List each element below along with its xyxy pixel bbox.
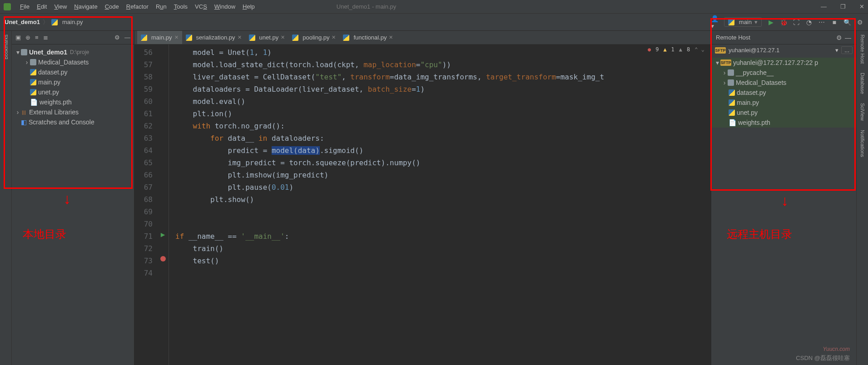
bookmarks-tool[interactable]: Bookmarks bbox=[3, 35, 9, 59]
annotation-left-label: 本地目录 bbox=[23, 227, 66, 242]
stop-icon[interactable]: ■ bbox=[831, 19, 838, 26]
menu-navigate[interactable]: Navigate bbox=[74, 3, 97, 10]
collapse-icon[interactable]: ≣ bbox=[43, 34, 48, 41]
fold-gutter[interactable]: ▶ bbox=[157, 44, 169, 365]
profile-icon[interactable]: ◔ bbox=[805, 19, 813, 26]
expand-icon[interactable]: ≡ bbox=[35, 34, 39, 41]
close-icon[interactable]: ✕ bbox=[238, 35, 242, 40]
python-icon bbox=[30, 69, 36, 75]
project-view-icon[interactable]: ▣ bbox=[15, 34, 21, 41]
run-icon[interactable]: ▶ bbox=[767, 19, 774, 26]
python-icon bbox=[30, 89, 36, 95]
notifications-tool[interactable]: Notifications bbox=[860, 130, 865, 157]
tree-root[interactable]: ▾ Unet_demo1 D:\proje bbox=[12, 47, 134, 57]
tab-serialization[interactable]: serialization.py✕ bbox=[182, 31, 245, 44]
tab-unet[interactable]: unet.py✕ bbox=[245, 31, 289, 44]
external-libraries[interactable]: ›⫼External Libraries bbox=[12, 107, 134, 117]
run-config-selector[interactable]: main ▾ bbox=[724, 17, 762, 27]
python-icon bbox=[343, 35, 349, 41]
python-icon bbox=[249, 35, 255, 41]
watermark-yuucn: Yuucn.com bbox=[823, 346, 850, 352]
python-icon bbox=[728, 19, 734, 25]
code-content[interactable]: model = Unet(1, 1) model.load_state_dict… bbox=[169, 44, 711, 365]
close-icon[interactable]: ✕ bbox=[332, 35, 336, 40]
remote-host-tool[interactable]: Remote Host bbox=[860, 35, 865, 64]
menu-help[interactable]: Help bbox=[243, 3, 255, 10]
crumb-project[interactable]: Unet_demo1 bbox=[5, 19, 40, 25]
remote-root[interactable]: ▾SFTP yuhanlei@172.27.127.27:22 p bbox=[711, 58, 856, 68]
editor-tabs: main.py✕ serialization.py✕ unet.py✕ pool… bbox=[134, 31, 711, 44]
menu-view[interactable]: View bbox=[54, 3, 67, 10]
tree-item[interactable]: 📄weights.pth bbox=[12, 97, 134, 107]
folder-icon bbox=[30, 59, 36, 65]
project-tree[interactable]: ▾ Unet_demo1 D:\proje ›Medical_Datasets … bbox=[12, 44, 134, 365]
attach-icon[interactable]: ⋯ bbox=[818, 19, 825, 26]
close-icon[interactable]: ✕ bbox=[174, 35, 179, 40]
more-button[interactable]: ... bbox=[841, 46, 853, 54]
database-tool[interactable]: Database bbox=[860, 73, 865, 94]
tree-item[interactable]: main.py bbox=[12, 77, 134, 87]
menu-edit[interactable]: Edit bbox=[37, 3, 47, 10]
settings-gear-icon[interactable]: ⚙ bbox=[835, 34, 843, 41]
breadcrumb: Unet_demo1 〉 main.py bbox=[5, 18, 83, 26]
scratches-console[interactable]: ◧Scratches and Console bbox=[12, 117, 134, 127]
settings-gear-icon[interactable]: ⚙ bbox=[114, 34, 120, 41]
remote-item[interactable]: unet.py bbox=[711, 108, 856, 118]
tab-pooling[interactable]: pooling.py✕ bbox=[288, 31, 339, 44]
python-icon bbox=[729, 99, 735, 106]
left-gutter: Bookmarks bbox=[0, 31, 12, 365]
maximize-icon[interactable]: ❐ bbox=[840, 3, 846, 10]
coverage-icon[interactable]: ⛶ bbox=[793, 19, 800, 26]
menu-code[interactable]: Code bbox=[105, 3, 119, 10]
inspection-widget[interactable]: ●9 ▲1 ▲8 ⌃ ⌄ bbox=[648, 46, 704, 53]
remote-item[interactable]: main.py bbox=[711, 98, 856, 108]
python-icon bbox=[141, 35, 147, 41]
server-selector[interactable]: SFTP yuhanlei@172.27.1▾ ... bbox=[711, 44, 856, 56]
menu-file[interactable]: File bbox=[20, 3, 30, 10]
menu-tools[interactable]: Tools bbox=[174, 3, 188, 10]
tree-item[interactable]: unet.py bbox=[12, 87, 134, 97]
sftp-icon: SFTP bbox=[720, 59, 731, 66]
python-icon bbox=[51, 19, 58, 25]
title-bar: File Edit View Navigate Code Refactor Ru… bbox=[0, 0, 868, 14]
code-area[interactable]: ●9 ▲1 ▲8 ⌃ ⌄ 56 57 58 59 60 61 62 63 64 … bbox=[134, 44, 711, 365]
close-icon[interactable]: ✕ bbox=[859, 3, 864, 10]
menu-window[interactable]: Window bbox=[214, 3, 235, 10]
nav-bar: Unet_demo1 〉 main.py 👤▾ main ▾ ▶ 🐞 ⛶ ◔ ⋯… bbox=[0, 14, 868, 31]
search-icon[interactable]: 🔍 bbox=[843, 19, 851, 26]
menu-run[interactable]: Run bbox=[156, 3, 167, 10]
remote-item[interactable]: dataset.py bbox=[711, 88, 856, 98]
window-title: Unet_demo1 - main.py bbox=[337, 3, 397, 10]
menu-vcs[interactable]: VCS bbox=[195, 3, 207, 10]
user-icon[interactable]: 👤▾ bbox=[711, 19, 719, 26]
remote-item[interactable]: 📄weights.pth bbox=[711, 118, 856, 128]
tab-functional[interactable]: functional.py✕ bbox=[339, 31, 397, 44]
close-icon[interactable]: ✕ bbox=[389, 35, 393, 40]
right-gutter: Remote Host Database SciView Notificatio… bbox=[856, 31, 868, 365]
python-icon bbox=[30, 79, 36, 85]
menu-refactor[interactable]: Refactor bbox=[126, 3, 149, 10]
locate-icon[interactable]: ⊕ bbox=[25, 34, 30, 41]
crumb-file[interactable]: main.py bbox=[62, 19, 83, 25]
minimize-icon[interactable]: — bbox=[821, 3, 827, 10]
menu-bar: File Edit View Navigate Code Refactor Ru… bbox=[20, 3, 255, 10]
folder-icon bbox=[21, 49, 27, 55]
run-config-label: main bbox=[739, 19, 752, 25]
settings-icon[interactable]: ⚙ bbox=[856, 19, 863, 26]
remote-item[interactable]: ›Medical_Datasets bbox=[711, 78, 856, 88]
debug-icon[interactable]: 🐞 bbox=[780, 19, 787, 26]
annotation-right-label: 远程主机目录 bbox=[727, 227, 792, 242]
remote-item[interactable]: ›__pycache__ bbox=[711, 68, 856, 78]
tab-main[interactable]: main.py✕ bbox=[137, 31, 182, 44]
folder-icon bbox=[728, 79, 734, 86]
sftp-icon: SFTP bbox=[715, 47, 726, 54]
remote-panel-title: Remote Host bbox=[716, 34, 750, 41]
hide-icon[interactable]: — bbox=[844, 34, 852, 41]
hide-icon[interactable]: — bbox=[124, 34, 130, 41]
tree-item[interactable]: ›Medical_Datasets bbox=[12, 57, 134, 67]
sciview-tool[interactable]: SciView bbox=[860, 103, 865, 121]
close-icon[interactable]: ✕ bbox=[281, 35, 285, 40]
remote-tree[interactable]: ▾SFTP yuhanlei@172.27.127.27:22 p ›__pyc… bbox=[711, 56, 856, 365]
tree-item[interactable]: dataset.py bbox=[12, 67, 134, 77]
python-icon bbox=[186, 35, 192, 41]
